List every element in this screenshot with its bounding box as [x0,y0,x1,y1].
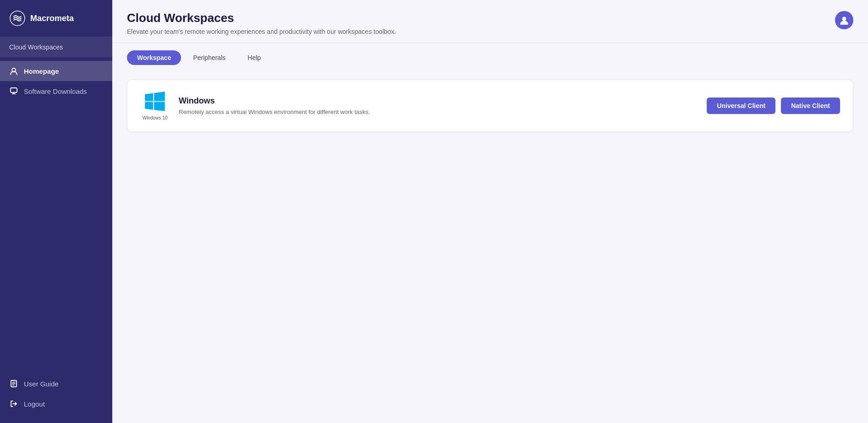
sidebar-item-homepage[interactable]: Homepage [0,61,112,81]
tab-bar: Workspace Peripherals Help [112,43,868,72]
universal-client-button[interactable]: Universal Client [707,98,775,114]
windows-card-info: Windows Remotely access a virtual Window… [179,96,698,115]
sidebar-nav: Homepage Software Downloads [0,57,112,374]
sidebar-item-logout[interactable]: Logout [0,394,112,414]
page-title: Cloud Workspaces [127,11,396,25]
logout-icon [9,399,18,408]
sidebar-item-user-guide[interactable]: User Guide [0,374,112,394]
tab-peripherals[interactable]: Peripherals [183,50,236,65]
user-guide-icon [9,379,18,388]
windows-logo: Windows 10 [140,91,170,120]
sidebar-item-software-downloads-label: Software Downloads [24,87,87,95]
homepage-icon [9,66,18,76]
windows-description: Remotely access a virtual Windows enviro… [179,108,698,115]
header: Cloud Workspaces Elevate your team's rem… [112,0,868,43]
svg-rect-2 [11,88,17,92]
sidebar-item-logout-label: Logout [24,400,45,408]
windows-workspace-card: Windows 10 Windows Remotely access a vir… [127,80,853,132]
sidebar: Macrometa Cloud Workspaces Homepage Soft… [0,0,112,423]
main-content: Cloud Workspaces Elevate your team's rem… [112,0,868,423]
header-text: Cloud Workspaces Elevate your team's rem… [127,11,396,35]
svg-point-4 [842,17,846,21]
sidebar-bottom: User Guide Logout [0,374,112,423]
sidebar-logo: Macrometa [0,0,112,37]
windows-version-label: Windows 10 [143,115,167,120]
tab-workspace[interactable]: Workspace [127,50,181,65]
user-avatar[interactable] [835,11,853,29]
page-subtitle: Elevate your team's remote working exper… [127,28,396,35]
tab-help[interactable]: Help [237,50,271,65]
software-downloads-icon [9,87,18,96]
windows-flag-icon [144,91,166,113]
native-client-button[interactable]: Native Client [781,98,840,114]
windows-card-actions: Universal Client Native Client [707,98,840,114]
sidebar-item-software-downloads[interactable]: Software Downloads [0,81,112,101]
sidebar-cloud-workspaces[interactable]: Cloud Workspaces [0,37,112,57]
sidebar-item-homepage-label: Homepage [24,67,59,75]
workspace-content: Windows 10 Windows Remotely access a vir… [112,72,868,423]
windows-title: Windows [179,96,698,106]
brand-name: Macrometa [30,14,74,23]
sidebar-item-user-guide-label: User Guide [24,380,59,388]
macrometa-logo-icon [9,10,26,27]
